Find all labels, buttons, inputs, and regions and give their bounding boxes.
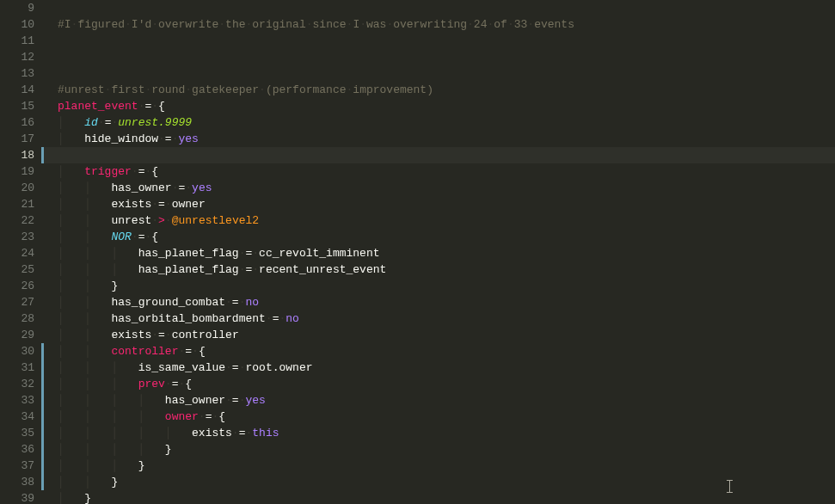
line-number[interactable]: 34 bbox=[0, 409, 34, 425]
token: · bbox=[185, 83, 192, 96]
code-line[interactable]: │ │ │ is_same_value·=·root.owner bbox=[58, 360, 835, 376]
token: cc_revolt_imminent bbox=[259, 247, 379, 260]
token: events bbox=[534, 18, 574, 31]
code-line[interactable] bbox=[58, 33, 835, 49]
token: yes bbox=[178, 132, 198, 145]
line-number[interactable]: 17 bbox=[0, 131, 34, 147]
code-line[interactable]: │ │ } bbox=[58, 278, 835, 294]
code-line[interactable]: │ │ │ has_planet_flag·=·cc_revolt_immine… bbox=[58, 245, 835, 261]
line-number[interactable]: 15 bbox=[0, 98, 34, 114]
token: · bbox=[507, 18, 514, 31]
token: │ │ bbox=[58, 214, 111, 227]
code-line[interactable]: #unrest·first·round·gatekeeper·(performa… bbox=[58, 82, 835, 98]
line-number[interactable]: 36 bbox=[0, 441, 34, 458]
token: · bbox=[306, 18, 313, 31]
code-line[interactable] bbox=[58, 65, 835, 82]
code-line[interactable]: │ │ NOR·=·{ bbox=[58, 229, 835, 245]
code-line[interactable]: │ │ has_ground_combat·=·no bbox=[58, 294, 835, 310]
line-number[interactable]: 12 bbox=[0, 49, 34, 65]
token: { bbox=[151, 230, 158, 243]
token: · bbox=[165, 198, 172, 211]
token: │ │ │ bbox=[58, 361, 138, 374]
line-number[interactable]: 33 bbox=[0, 392, 34, 409]
token: { bbox=[158, 100, 165, 113]
token: yes bbox=[192, 181, 212, 194]
line-number[interactable]: 23 bbox=[0, 229, 34, 245]
token: · bbox=[151, 329, 158, 341]
code-line[interactable]: │ │ controller·=·{ bbox=[58, 343, 835, 360]
code-line[interactable]: │ │ exists·=·owner bbox=[58, 196, 835, 212]
code-line[interactable] bbox=[58, 49, 835, 65]
token: · bbox=[259, 83, 266, 96]
code-line[interactable]: │ │ │ } bbox=[58, 458, 835, 474]
line-number[interactable]: 9 bbox=[0, 0, 34, 16]
code-line[interactable]: │ │ } bbox=[58, 474, 835, 490]
token: #unrest bbox=[58, 83, 105, 96]
token: │ bbox=[58, 165, 84, 178]
code-line[interactable] bbox=[44, 147, 835, 163]
line-number-gutter[interactable]: 9101112131415161718192021222324252627282… bbox=[0, 0, 41, 504]
token: was bbox=[366, 18, 386, 31]
token: │ bbox=[58, 492, 84, 504]
line-number[interactable]: 26 bbox=[0, 278, 34, 294]
code-line[interactable]: │ │ has_orbital_bombardment·=·no bbox=[58, 310, 835, 327]
code-line[interactable]: │ id·=·unrest.9999 bbox=[58, 114, 835, 131]
token: │ │ │ bbox=[58, 247, 138, 260]
line-number[interactable]: 21 bbox=[0, 196, 34, 212]
token: · bbox=[165, 214, 172, 227]
line-number[interactable]: 29 bbox=[0, 327, 34, 343]
line-number[interactable]: 30 bbox=[0, 343, 34, 360]
code-line[interactable]: │ │ │ │ │ exists·=·this bbox=[58, 425, 835, 441]
code-line[interactable] bbox=[58, 0, 835, 16]
line-number[interactable]: 28 bbox=[0, 310, 34, 327]
line-number[interactable]: 19 bbox=[0, 163, 34, 180]
line-number[interactable]: 10 bbox=[0, 16, 34, 33]
token: { bbox=[199, 345, 206, 358]
token: { bbox=[185, 378, 192, 390]
line-number[interactable]: 31 bbox=[0, 360, 34, 376]
code-line[interactable]: │ │ has_owner·=·yes bbox=[58, 180, 835, 196]
token: trigger bbox=[84, 165, 132, 178]
token: │ │ bbox=[58, 329, 111, 341]
line-number[interactable]: 20 bbox=[0, 180, 34, 196]
line-number[interactable]: 35 bbox=[0, 425, 34, 441]
code-line[interactable]: │ │ │ prev·=·{ bbox=[58, 376, 835, 392]
line-number[interactable]: 11 bbox=[0, 33, 34, 49]
token: yes bbox=[245, 394, 265, 407]
code-line[interactable]: │ │ │ │ } bbox=[58, 441, 835, 458]
line-number[interactable]: 27 bbox=[0, 294, 34, 310]
line-number[interactable]: 18 bbox=[0, 147, 34, 163]
token: · bbox=[225, 361, 232, 374]
token: no bbox=[285, 312, 299, 325]
editor-content[interactable]: #I·figured·I'd·overwrite·the·original·si… bbox=[44, 0, 835, 504]
line-number[interactable]: 38 bbox=[0, 474, 34, 490]
code-line[interactable]: │ │ │ │ has_owner·=·yes bbox=[58, 392, 835, 409]
line-number[interactable]: 22 bbox=[0, 212, 34, 229]
line-number[interactable]: 39 bbox=[0, 490, 34, 504]
code-line[interactable]: │ │ │ has_planet_flag·=·recent_unrest_ev… bbox=[58, 261, 835, 278]
token: exists bbox=[192, 427, 232, 439]
token: · bbox=[252, 247, 259, 260]
code-line[interactable]: planet_event·=·{ bbox=[58, 98, 835, 114]
code-line[interactable]: #I·figured·I'd·overwrite·the·original·si… bbox=[58, 16, 835, 33]
code-line[interactable]: │ │ unrest·>·@unrestlevel2 bbox=[58, 212, 835, 229]
code-line[interactable]: │ │ exists·=·controller bbox=[58, 327, 835, 343]
token: │ │ bbox=[58, 476, 111, 489]
token: │ │ │ │ bbox=[58, 443, 165, 456]
line-number[interactable]: 14 bbox=[0, 82, 34, 98]
line-number[interactable]: 16 bbox=[0, 114, 34, 131]
line-number[interactable]: 37 bbox=[0, 458, 34, 474]
token: has_planet_flag bbox=[138, 247, 239, 260]
code-line[interactable]: │ │ │ │ owner·=·{ bbox=[58, 409, 835, 425]
token: } bbox=[84, 492, 91, 504]
line-number[interactable]: 13 bbox=[0, 65, 34, 82]
code-line[interactable]: │ hide_window·=·yes bbox=[58, 131, 835, 147]
line-number[interactable]: 25 bbox=[0, 261, 34, 278]
token: prev bbox=[138, 378, 165, 390]
line-number[interactable]: 24 bbox=[0, 245, 34, 261]
code-line[interactable]: │ } bbox=[58, 490, 835, 504]
line-number[interactable]: 32 bbox=[0, 376, 34, 392]
code-line[interactable]: │ trigger·=·{ bbox=[58, 163, 835, 180]
token: has_owner bbox=[165, 394, 225, 407]
code-editor[interactable]: 9101112131415161718192021222324252627282… bbox=[0, 0, 835, 504]
